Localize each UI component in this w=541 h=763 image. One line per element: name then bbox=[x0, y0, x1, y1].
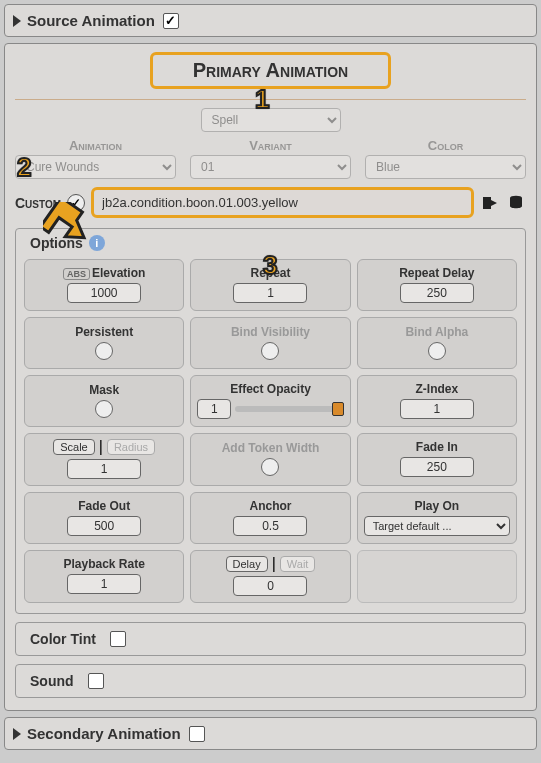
playback-cell: Playback Rate bbox=[24, 550, 184, 603]
section-title: Source Animation bbox=[27, 12, 155, 29]
repeat-delay-input[interactable] bbox=[400, 283, 474, 303]
wait-tab[interactable]: Wait bbox=[280, 556, 316, 572]
section-title: Secondary Animation bbox=[27, 725, 181, 742]
radius-tab[interactable]: Radius bbox=[107, 439, 155, 455]
abs-badge: ABS bbox=[63, 268, 90, 280]
options-header[interactable]: Options i bbox=[24, 235, 517, 251]
color-tint-enable-checkbox[interactable] bbox=[110, 631, 126, 647]
color-tint-header[interactable]: Color Tint bbox=[24, 627, 517, 651]
custom-enable-checkbox[interactable] bbox=[67, 194, 85, 212]
fade-out-input[interactable] bbox=[67, 516, 141, 536]
color-label: Color bbox=[365, 138, 526, 153]
primary-animation-title: Primary Animation bbox=[150, 52, 391, 89]
options-panel: Options i ABSElevation Repeat Repeat Del… bbox=[15, 228, 526, 614]
type-select[interactable]: Spell bbox=[201, 108, 341, 132]
bind-alpha-cell: Bind Alpha bbox=[357, 317, 517, 369]
export-icon[interactable] bbox=[480, 193, 500, 213]
elevation-input[interactable] bbox=[67, 283, 141, 303]
zindex-input[interactable] bbox=[400, 399, 474, 419]
chevron-right-icon bbox=[13, 728, 21, 740]
variant-label: Variant bbox=[190, 138, 351, 153]
secondary-animation-enable-checkbox[interactable] bbox=[189, 726, 205, 742]
options-title: Options bbox=[30, 235, 83, 251]
anchor-input[interactable] bbox=[233, 516, 307, 536]
color-select[interactable]: Blue bbox=[365, 155, 526, 179]
delay-tab[interactable]: Delay bbox=[226, 556, 268, 572]
section-title: Color Tint bbox=[30, 631, 96, 647]
repeat-delay-cell: Repeat Delay bbox=[357, 259, 517, 311]
bind-visibility-toggle[interactable] bbox=[261, 342, 279, 360]
mask-cell: Mask bbox=[24, 375, 184, 427]
custom-label: Custom bbox=[15, 195, 61, 211]
play-on-cell: Play On Target default ... bbox=[357, 492, 517, 544]
animation-label: Animation bbox=[15, 138, 176, 153]
fade-out-cell: Fade Out bbox=[24, 492, 184, 544]
secondary-animation-header[interactable]: Secondary Animation bbox=[13, 722, 528, 745]
info-icon[interactable]: i bbox=[89, 235, 105, 251]
source-animation-enable-checkbox[interactable] bbox=[163, 13, 179, 29]
empty-cell bbox=[357, 550, 517, 603]
mask-toggle[interactable] bbox=[95, 400, 113, 418]
chevron-right-icon bbox=[13, 15, 21, 27]
sound-enable-checkbox[interactable] bbox=[88, 673, 104, 689]
variant-select[interactable]: 01 bbox=[190, 155, 351, 179]
play-on-select[interactable]: Target default ... bbox=[364, 516, 510, 536]
database-icon[interactable] bbox=[506, 193, 526, 213]
source-animation-header[interactable]: Source Animation bbox=[13, 9, 528, 32]
repeat-input[interactable] bbox=[233, 283, 307, 303]
scale-tab[interactable]: Scale bbox=[53, 439, 95, 455]
scale-cell: Scale | Radius bbox=[24, 433, 184, 486]
elevation-cell: ABSElevation bbox=[24, 259, 184, 311]
opacity-slider[interactable] bbox=[235, 406, 343, 412]
bind-alpha-toggle[interactable] bbox=[428, 342, 446, 360]
persistent-toggle[interactable] bbox=[95, 342, 113, 360]
repeat-cell: Repeat bbox=[190, 259, 350, 311]
animation-select[interactable]: Cure Wounds bbox=[15, 155, 176, 179]
zindex-cell: Z-Index bbox=[357, 375, 517, 427]
fade-in-cell: Fade In bbox=[357, 433, 517, 486]
fade-in-input[interactable] bbox=[400, 457, 474, 477]
bind-visibility-cell: Bind Visibility bbox=[190, 317, 350, 369]
divider bbox=[15, 99, 526, 100]
token-width-cell: Add Token Width bbox=[190, 433, 350, 486]
delay-cell: Delay | Wait bbox=[190, 550, 350, 603]
anchor-cell: Anchor bbox=[190, 492, 350, 544]
opacity-input[interactable] bbox=[197, 399, 231, 419]
persistent-cell: Persistent bbox=[24, 317, 184, 369]
opacity-cell: Effect Opacity bbox=[190, 375, 350, 427]
sound-header[interactable]: Sound bbox=[24, 669, 517, 693]
delay-input[interactable] bbox=[233, 576, 307, 596]
scale-input[interactable] bbox=[67, 459, 141, 479]
section-title: Sound bbox=[30, 673, 74, 689]
playback-input[interactable] bbox=[67, 574, 141, 594]
custom-path-input[interactable] bbox=[91, 187, 474, 218]
token-width-toggle[interactable] bbox=[261, 458, 279, 476]
